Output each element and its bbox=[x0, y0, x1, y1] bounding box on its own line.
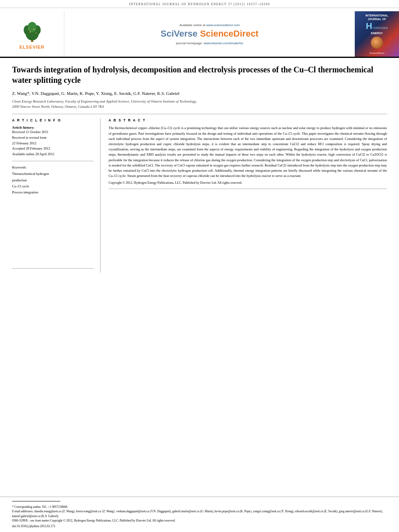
cover-sd-logo: ScienceDirect bbox=[369, 52, 384, 54]
keywords-list: Thermochemical hydrogen production Cu–Cl… bbox=[12, 171, 94, 195]
separator-line bbox=[12, 114, 387, 114]
corresponding-author-text: * Corresponding author. Tel.: +1 9057218… bbox=[12, 505, 68, 509]
cover-h-subtitle: YDROGEN bbox=[372, 27, 388, 29]
footnote-separator bbox=[12, 501, 60, 501]
elsevier-tree-icon bbox=[18, 19, 46, 43]
cover-title-line2: Journal of bbox=[368, 18, 386, 21]
sciencedirect-url[interactable]: www.sciencedirect.com bbox=[206, 23, 240, 27]
keyword2: production bbox=[12, 178, 27, 182]
journal-cover-image: International Journal of H YDROGEN ENERG… bbox=[355, 11, 399, 57]
affiliation-line2: 2000 Simcoe Street North, Oshawa, Ontari… bbox=[12, 105, 104, 109]
copyright-line: Copyright © 2012, Hydrogen Energy Public… bbox=[109, 181, 387, 185]
keywords-block: Keywords: Thermochemical hydrogen produc… bbox=[12, 165, 94, 195]
bottom-separator-left bbox=[12, 268, 94, 269]
sciverse-title: SciVerse ScienceDirect bbox=[160, 29, 258, 39]
doi-footnote: doi:10.1016/j.ijhydene.2012.02.172 bbox=[12, 524, 387, 528]
article-received2: Received in revised form 22 February 201… bbox=[12, 135, 94, 146]
sciverse-part1: SciVerse bbox=[160, 29, 200, 39]
page-header: ELSEVIER Available online at www.science… bbox=[0, 8, 399, 58]
authors-line: Z. Wang*, V.N. Daggupati, G. Marin, K. P… bbox=[12, 91, 387, 96]
received2-date: 22 February 2012 bbox=[12, 141, 36, 145]
sciencedirect-section: Available online at www.sciencedirect.co… bbox=[64, 11, 355, 57]
keywords-label: Keywords: bbox=[12, 165, 94, 169]
footer-section: * Corresponding author. Tel.: +1 9057218… bbox=[0, 497, 399, 532]
corresponding-author-note: * Corresponding author. Tel.: +1 9057218… bbox=[12, 505, 387, 509]
svg-point-7 bbox=[28, 29, 29, 30]
received1-text: Received 11 October 2011 bbox=[12, 130, 48, 134]
svg-point-5 bbox=[29, 31, 31, 33]
cover-title-line1: International bbox=[366, 14, 389, 17]
article-info-header: A R T I C L E I N F O bbox=[12, 118, 94, 122]
svg-point-4 bbox=[27, 22, 36, 32]
email-footnote: E-mail addresses: zhaolin.wang@uoit.ca (… bbox=[12, 509, 387, 518]
abstract-header: A B S T R A C T bbox=[109, 118, 387, 122]
article-history-block: Article history: Received 11 October 201… bbox=[12, 125, 94, 157]
keywords-separator bbox=[12, 161, 94, 161]
article-available: Available online 28 April 2012 bbox=[12, 152, 94, 157]
issn-text: 0360-3199/$ – see front matter Copyright… bbox=[12, 519, 175, 522]
affiliation: Clean Energy Research Laboratory, Facult… bbox=[12, 99, 387, 109]
elsevier-logo: ELSEVIER bbox=[18, 19, 46, 49]
cover-energy-text: ENERGY bbox=[371, 31, 383, 35]
authors-text: Z. Wang*, V.N. Daggupati, G. Marin, K. P… bbox=[12, 91, 179, 96]
received2-text: Received in revised form bbox=[12, 136, 47, 140]
elsevier-logo-section: ELSEVIER bbox=[0, 11, 64, 57]
two-column-section: A R T I C L E I N F O Article history: R… bbox=[12, 118, 387, 272]
article-info-column: A R T I C L E I N F O Article history: R… bbox=[12, 118, 101, 272]
accepted-text: Accepted 28 February 2012 bbox=[12, 146, 50, 150]
article-content: Towards integration of hydrolysis, decom… bbox=[0, 58, 399, 280]
available-online-text: Available online at bbox=[179, 23, 206, 27]
abstract-text: The thermochemical copper–chlorine (Cu–C… bbox=[109, 125, 387, 179]
journal-homepage-url[interactable]: www.elsevier.com/locate/he bbox=[204, 41, 243, 45]
article-title: Towards integration of hydrolysis, decom… bbox=[12, 64, 387, 85]
sciverse-part2: ScienceDirect bbox=[200, 29, 259, 39]
cover-decorative-circle bbox=[371, 37, 383, 49]
journal-top-bar: International Journal of Hydrogen Energy… bbox=[0, 0, 399, 8]
keyword3: Cu–Cl cycle bbox=[12, 184, 29, 188]
elsevier-brand-text: ELSEVIER bbox=[19, 45, 44, 49]
cover-h-letter: H bbox=[366, 21, 372, 31]
journal-homepage-label: journal homepage: www.elsevier.com/locat… bbox=[176, 41, 243, 45]
article-accepted: Accepted 28 February 2012 bbox=[12, 146, 94, 152]
keyword1: Thermochemical hydrogen bbox=[12, 172, 49, 176]
keyword4: Process integration bbox=[12, 190, 38, 194]
homepage-label-text: journal homepage: bbox=[176, 41, 203, 45]
svg-point-6 bbox=[33, 29, 35, 30]
email-label: E-mail addresses: bbox=[12, 509, 33, 513]
article-received1: Received 11 October 2011 bbox=[12, 129, 94, 135]
available-online-label: Available online at www.sciencedirect.co… bbox=[179, 23, 240, 27]
issn-footnote: 0360-3199/$ – see front matter Copyright… bbox=[12, 518, 387, 523]
svg-point-8 bbox=[35, 32, 36, 33]
journal-cover-section: International Journal of H YDROGEN ENERG… bbox=[355, 11, 399, 57]
doi-text: doi:10.1016/j.ijhydene.2012.02.172 bbox=[12, 524, 55, 528]
article-history-label: Article history: bbox=[12, 125, 94, 129]
cover-title: International Journal of bbox=[366, 14, 389, 21]
emails-text: zhaolin.wang@uoit.ca (Z. Wang), forest.w… bbox=[12, 509, 383, 518]
affiliation-line1: Clean Energy Research Laboratory, Facult… bbox=[12, 99, 197, 103]
abstract-bottom-separator bbox=[109, 189, 387, 189]
available-text: Available online 28 April 2012 bbox=[12, 152, 54, 156]
abstract-column: A B S T R A C T The thermochemical coppe… bbox=[109, 118, 387, 272]
journal-citation: International Journal of Hydrogen Energy… bbox=[129, 2, 270, 6]
